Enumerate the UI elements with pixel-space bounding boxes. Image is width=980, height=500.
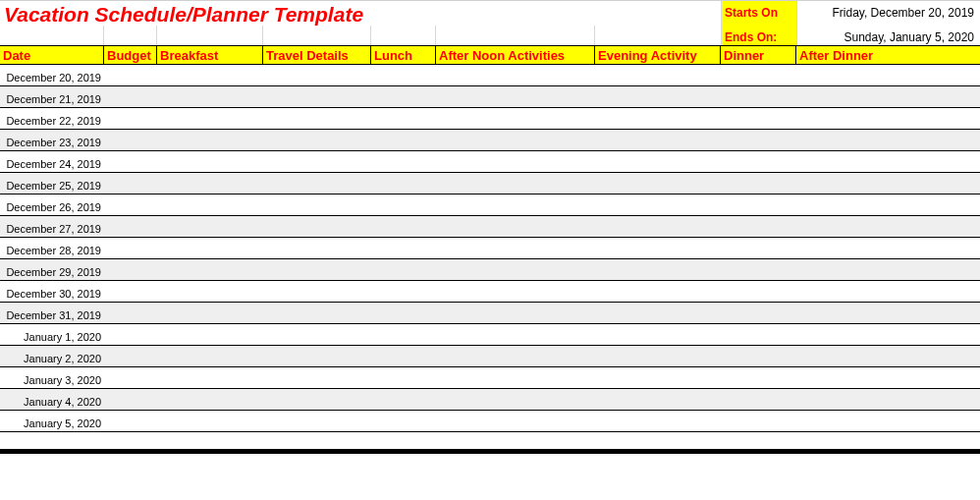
blank-row[interactable] [0, 432, 980, 450]
col-header-lunch: Lunch [371, 46, 436, 64]
col-header-evening: Evening Activity [595, 46, 721, 64]
col-header-dinner: Dinner [721, 46, 796, 64]
page-title: Vacation Schedule/Planner Template [0, 1, 722, 26]
starts-on-label: Starts On [722, 1, 797, 26]
cell-rest[interactable] [104, 86, 980, 107]
cell-date[interactable]: January 1, 2020 [0, 324, 104, 345]
col-header-afterdinner: After Dinner [796, 46, 980, 64]
table-row[interactable]: December 23, 2019 [0, 130, 980, 151]
cell-date[interactable]: January 3, 2020 [0, 367, 104, 388]
cell-date[interactable]: January 4, 2020 [0, 389, 104, 410]
table-row[interactable]: December 31, 2019 [0, 303, 980, 324]
table-row[interactable]: December 30, 2019 [0, 281, 980, 303]
ends-on-label: Ends On: [722, 26, 797, 45]
rows-container: December 20, 2019December 21, 2019Decemb… [0, 65, 980, 432]
cell-rest[interactable] [104, 130, 980, 150]
cell-date[interactable]: December 22, 2019 [0, 108, 104, 129]
cell-rest[interactable] [104, 324, 980, 345]
table-row[interactable]: January 4, 2020 [0, 389, 980, 411]
cell-rest[interactable] [104, 108, 980, 129]
spreadsheet-template: Vacation Schedule/Planner Template Start… [0, 0, 980, 454]
cell-date[interactable]: December 27, 2019 [0, 216, 104, 237]
cell-rest[interactable] [104, 303, 980, 323]
cell-rest[interactable] [104, 173, 980, 194]
cell-date[interactable]: December 26, 2019 [0, 194, 104, 215]
column-header-row: Date Budget Breakfast Travel Details Lun… [0, 45, 980, 65]
cell-rest[interactable] [104, 367, 980, 388]
ends-on-value[interactable]: Sunday, January 5, 2020 [797, 26, 980, 45]
cell-rest[interactable] [104, 151, 980, 172]
cell-date[interactable]: December 24, 2019 [0, 151, 104, 172]
cell-date[interactable]: December 21, 2019 [0, 86, 104, 107]
cell-rest[interactable] [104, 411, 980, 431]
cell-date[interactable]: December 20, 2019 [0, 65, 104, 85]
cell-date[interactable]: January 5, 2020 [0, 411, 104, 431]
cell-rest[interactable] [104, 346, 980, 366]
table-row[interactable]: January 2, 2020 [0, 346, 980, 367]
cell-rest[interactable] [104, 194, 980, 215]
header-row-1: Vacation Schedule/Planner Template Start… [0, 0, 980, 26]
cell-date[interactable]: December 23, 2019 [0, 130, 104, 150]
cell-rest[interactable] [104, 259, 980, 280]
footer-bar [0, 450, 980, 454]
header-spacer [0, 26, 722, 45]
table-row[interactable]: December 20, 2019 [0, 65, 980, 86]
cell-rest[interactable] [104, 216, 980, 237]
cell-rest[interactable] [104, 389, 980, 410]
table-row[interactable]: December 28, 2019 [0, 238, 980, 259]
cell-rest[interactable] [104, 281, 980, 302]
col-header-afternoon: After Noon Activities [436, 46, 595, 64]
col-header-date: Date [0, 46, 104, 64]
table-row[interactable]: December 26, 2019 [0, 194, 980, 216]
cell-date[interactable]: January 2, 2020 [0, 346, 104, 366]
header-row-2: Ends On: Sunday, January 5, 2020 [0, 26, 980, 45]
col-header-travel: Travel Details [263, 46, 371, 64]
table-row[interactable]: December 21, 2019 [0, 86, 980, 108]
cell-date[interactable]: December 30, 2019 [0, 281, 104, 302]
cell-rest[interactable] [104, 65, 980, 85]
table-row[interactable]: January 5, 2020 [0, 411, 980, 432]
col-header-breakfast: Breakfast [157, 46, 263, 64]
cell-rest[interactable] [104, 238, 980, 258]
cell-date[interactable]: December 25, 2019 [0, 173, 104, 194]
table-row[interactable]: December 29, 2019 [0, 259, 980, 281]
col-header-budget: Budget [104, 46, 157, 64]
table-row[interactable]: December 22, 2019 [0, 108, 980, 130]
table-row[interactable]: December 27, 2019 [0, 216, 980, 238]
starts-on-value[interactable]: Friday, December 20, 2019 [797, 1, 980, 26]
table-row[interactable]: December 24, 2019 [0, 151, 980, 173]
table-row[interactable]: December 25, 2019 [0, 173, 980, 194]
cell-date[interactable]: December 28, 2019 [0, 238, 104, 258]
cell-date[interactable]: December 29, 2019 [0, 259, 104, 280]
cell-date[interactable]: December 31, 2019 [0, 303, 104, 323]
table-row[interactable]: January 1, 2020 [0, 324, 980, 346]
table-row[interactable]: January 3, 2020 [0, 367, 980, 389]
